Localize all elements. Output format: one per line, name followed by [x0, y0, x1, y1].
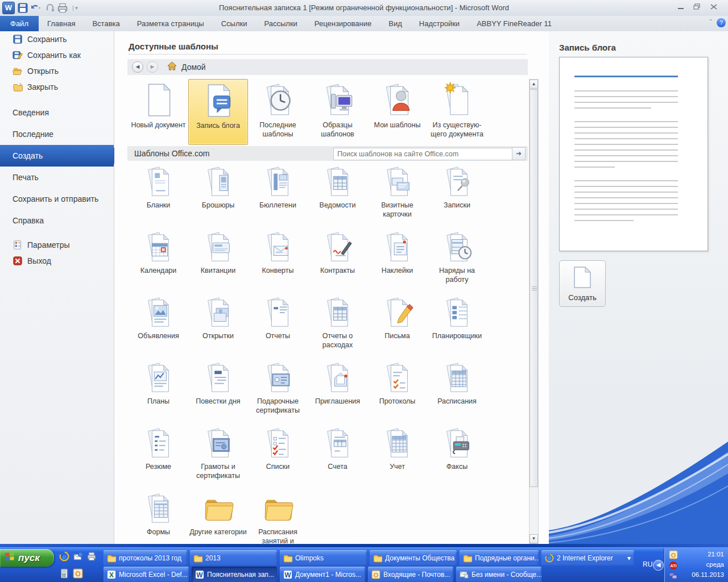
tab-вставка[interactable]: Вставка: [84, 16, 128, 31]
template-item[interactable]: Отчеты: [248, 294, 308, 359]
print-button[interactable]: [57, 2, 68, 14]
tab-abbyy-finereader-11[interactable]: ABBYY FineReader 11: [468, 16, 560, 31]
template-item[interactable]: Расписания: [427, 359, 487, 425]
quick-launch-internet-explorer-icon[interactable]: e: [59, 551, 69, 562]
tab-file[interactable]: Файл: [0, 16, 39, 31]
group-dropdown-icon[interactable]: ▾: [627, 554, 631, 562]
start-button[interactable]: пуск: [0, 549, 54, 567]
template-item[interactable]: Грамоты и сертификаты: [188, 425, 248, 490]
tab-ссылки[interactable]: Ссылки: [213, 16, 256, 31]
language-indicator[interactable]: RU: [643, 560, 652, 568]
template-item[interactable]: Из существую-щего документа: [427, 79, 487, 145]
template-item[interactable]: Образцы шаблонов: [308, 79, 367, 145]
tab-рассылки[interactable]: Рассылки: [256, 16, 306, 31]
sidebar-item-1[interactable]: Сохранить как: [0, 47, 114, 63]
tray-ati-icon[interactable]: ATI: [669, 561, 678, 570]
template-item[interactable]: Наклейки: [367, 228, 427, 294]
quick-launch-outlook-express-icon[interactable]: [73, 551, 83, 562]
tab-разметка-страницы[interactable]: Разметка страницы: [129, 16, 213, 31]
sidebar-item-7[interactable]: Печать: [0, 167, 114, 188]
template-item[interactable]: Квитанции: [188, 228, 248, 294]
scroll-down-button[interactable]: ▼: [530, 534, 538, 543]
template-item[interactable]: Отчеты о расходах: [308, 294, 367, 359]
template-item[interactable]: Повестки дня: [188, 359, 248, 425]
template-item[interactable]: Письма: [367, 294, 427, 359]
sidebar-item-3[interactable]: Закрыть: [0, 79, 114, 95]
quick-launch-printer-icon[interactable]: [86, 551, 97, 562]
template-item[interactable]: Планировщики: [427, 294, 487, 359]
template-item[interactable]: Списки: [248, 425, 308, 490]
template-item[interactable]: Планы: [129, 359, 188, 425]
vertical-scrollbar[interactable]: ▲ ▼: [529, 79, 539, 544]
taskbar-button[interactable]: Без имени - Сообще...: [456, 567, 541, 582]
home-icon[interactable]: [167, 61, 177, 73]
template-item[interactable]: Визитные карточки: [367, 163, 427, 228]
tray-outlook-icon[interactable]: O: [669, 550, 678, 559]
tab-рецензирование[interactable]: Рецензирование: [306, 16, 380, 31]
template-item[interactable]: Учет: [367, 425, 427, 490]
sidebar-item-11[interactable]: Выход: [0, 253, 114, 269]
taskbar-button[interactable]: XMicrosoft Excel - Def...: [104, 567, 189, 582]
sidebar-item-5[interactable]: Последние: [0, 123, 114, 145]
template-item[interactable]: Открытки: [188, 294, 248, 359]
template-search-input[interactable]: [333, 148, 516, 160]
template-item[interactable]: Мои шаблоны: [367, 79, 427, 145]
template-item[interactable]: Брошюры: [188, 163, 248, 228]
template-item[interactable]: Календари: [129, 228, 188, 294]
back-button[interactable]: ◄: [132, 61, 143, 73]
sidebar-item-4[interactable]: Сведения: [0, 102, 114, 123]
create-button[interactable]: Создать: [559, 260, 606, 307]
collapse-ribbon-icon[interactable]: ⌃: [709, 18, 713, 27]
sidebar-item-6[interactable]: Создать: [0, 145, 114, 167]
scroll-up-button[interactable]: ▲: [530, 80, 538, 89]
sidebar-item-2[interactable]: Открыть: [0, 63, 114, 79]
word-logo-icon[interactable]: W: [2, 2, 15, 14]
tab-вид[interactable]: Вид: [380, 16, 411, 31]
quick-launch-calculator-icon[interactable]: [59, 568, 69, 579]
template-item[interactable]: Объявления: [129, 294, 188, 359]
sidebar-item-8[interactable]: Сохранить и отправить: [0, 188, 114, 210]
taskbar-button[interactable]: 2013: [190, 550, 277, 566]
template-item[interactable]: Контракты: [308, 228, 367, 294]
template-item[interactable]: Подарочные сертификаты: [248, 359, 308, 425]
taskbar-button[interactable]: Документы Общества: [370, 550, 457, 566]
minimize-button[interactable]: [675, 3, 687, 13]
help-button[interactable]: ?: [717, 18, 726, 27]
template-item[interactable]: Резюме: [129, 425, 188, 490]
taskbar-button[interactable]: Olimpoks: [280, 550, 367, 566]
template-item[interactable]: Бюллетени: [248, 163, 308, 228]
search-go-button[interactable]: ➜: [512, 147, 526, 160]
template-item[interactable]: Протоколы: [367, 359, 427, 425]
tray-network-icon[interactable]: [669, 571, 678, 580]
template-item[interactable]: Запись блога: [188, 79, 248, 145]
taskbar-button[interactable]: OВходящие - Почтов...: [368, 567, 453, 582]
save-button[interactable]: [17, 2, 28, 14]
template-item[interactable]: Ведомости: [308, 163, 367, 228]
quick-launch-outlook-icon[interactable]: O: [73, 568, 83, 579]
sidebar-item-10[interactable]: Параметры: [0, 237, 114, 253]
scrollbar-thumb[interactable]: [530, 89, 538, 487]
forward-button[interactable]: ►: [147, 61, 158, 73]
template-item[interactable]: Бланки: [129, 163, 188, 228]
qat-customize-button[interactable]: | ▾: [69, 2, 81, 14]
tab-главная[interactable]: Главная: [39, 16, 84, 31]
template-item[interactable]: Конверты: [248, 228, 308, 294]
redo-button[interactable]: [44, 2, 56, 14]
taskbar-button[interactable]: WДокумент1 - Micros...: [280, 567, 365, 582]
restore-button[interactable]: [690, 3, 703, 13]
home-breadcrumb[interactable]: Домой: [181, 63, 206, 72]
template-item[interactable]: Приглашения: [308, 359, 367, 425]
taskbar-button[interactable]: e2 Internet Explorer▾: [541, 550, 634, 566]
undo-button[interactable]: [30, 2, 41, 14]
taskbar-button[interactable]: WПояснительная зап...: [192, 567, 277, 582]
template-item[interactable]: Новый документ: [129, 79, 188, 145]
template-item[interactable]: Счета: [308, 425, 367, 490]
tab-надстройки[interactable]: Надстройки: [411, 16, 468, 31]
template-item[interactable]: Факсы: [427, 425, 487, 490]
taskbar-button[interactable]: протоколы 2013 год: [104, 550, 187, 566]
sidebar-item-9[interactable]: Справка: [0, 210, 114, 231]
template-item[interactable]: Записки: [427, 163, 487, 228]
tray-collapse-icon[interactable]: ◀: [653, 560, 664, 571]
sidebar-item-0[interactable]: Сохранить: [0, 31, 114, 47]
close-button[interactable]: [708, 3, 720, 13]
